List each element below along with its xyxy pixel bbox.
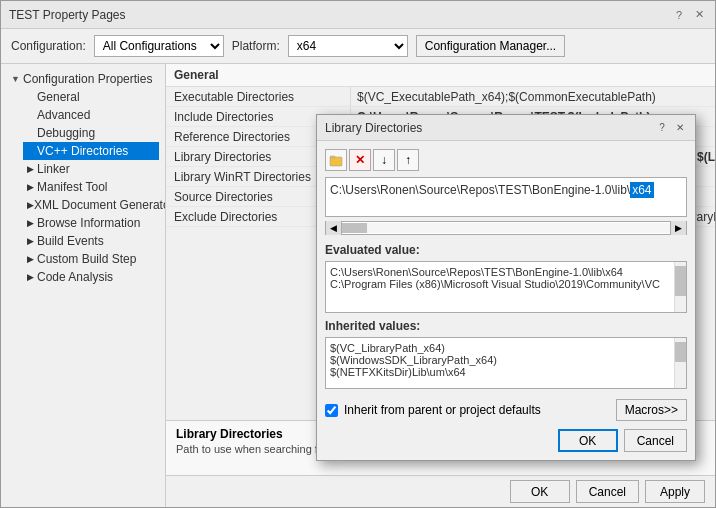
bottom-buttons: OK Cancel Apply <box>166 475 715 507</box>
main-window: TEST Property Pages ? ✕ Configuration: A… <box>0 0 716 508</box>
macros-button[interactable]: Macros>> <box>616 399 687 421</box>
main-content: ▼ Configuration Properties General Advan… <box>1 64 715 507</box>
title-bar: TEST Property Pages ? ✕ <box>1 1 715 29</box>
sidebar-item-browse-info[interactable]: ▶ Browse Information <box>23 214 159 232</box>
svg-rect-3 <box>330 156 335 158</box>
svg-rect-2 <box>330 157 342 166</box>
new-folder-button[interactable] <box>325 149 347 171</box>
properties-header: General <box>166 64 715 87</box>
spacer-icon <box>27 146 37 156</box>
sidebar-item-build-events[interactable]: ▶ Build Events <box>23 232 159 250</box>
expand-arrow-icon: ▶ <box>27 236 37 246</box>
prop-value: $(VC_ExecutablePath_x64);$(CommonExecuta… <box>351 87 715 106</box>
modal-controls: ? ✕ <box>655 121 687 135</box>
sidebar-item-label: General <box>37 90 80 104</box>
config-bar: Configuration: All Configurations Platfo… <box>1 29 715 64</box>
modal-close-button[interactable]: ✕ <box>673 121 687 135</box>
config-label: Configuration: <box>11 39 86 53</box>
sidebar-item-xml-doc[interactable]: ▶ XML Document Generator <box>23 196 159 214</box>
evaluated-value-box: C:\Users\Ronen\Source\Repos\TEST\BonEngi… <box>325 261 687 313</box>
sidebar-item-vc-directories[interactable]: VC++ Directories <box>23 142 159 160</box>
sidebar-item-custom-build[interactable]: ▶ Custom Build Step <box>23 250 159 268</box>
tree-children: General Advanced Debugging VC++ Director… <box>7 88 159 286</box>
move-down-button[interactable]: ↓ <box>373 149 395 171</box>
sidebar-item-label: Build Events <box>37 234 104 248</box>
expand-arrow-icon: ▶ <box>27 272 37 282</box>
platform-select[interactable]: x64 <box>288 35 408 57</box>
right-panel: General Executable Directories $(VC_Exec… <box>166 64 715 507</box>
sidebar-item-label: VC++ Directories <box>37 144 128 158</box>
eval-line-1: C:\Users\Ronen\Source\Repos\TEST\BonEngi… <box>330 266 682 278</box>
sidebar-item-general[interactable]: General <box>23 88 159 106</box>
scroll-thumb <box>342 223 367 233</box>
ok-button[interactable]: OK <box>510 480 570 503</box>
platform-label: Platform: <box>232 39 280 53</box>
sidebar-item-linker[interactable]: ▶ Linker <box>23 160 159 178</box>
configuration-select[interactable]: All Configurations <box>94 35 224 57</box>
sidebar-item-advanced[interactable]: Advanced <box>23 106 159 124</box>
sidebar-item-label: XML Document Generator <box>34 198 166 212</box>
sidebar-item-label: Debugging <box>37 126 95 140</box>
sidebar-item-code-analysis[interactable]: ▶ Code Analysis <box>23 268 159 286</box>
table-row[interactable]: Executable Directories $(VC_ExecutablePa… <box>166 87 715 107</box>
window-title: TEST Property Pages <box>9 8 126 22</box>
path-highlighted: x64 <box>630 182 653 198</box>
inherit-checkbox[interactable] <box>325 404 338 417</box>
close-button[interactable]: ✕ <box>691 7 707 23</box>
modal-ok-button[interactable]: OK <box>558 429 618 452</box>
expand-arrow-icon: ▶ <box>27 164 37 174</box>
modal-ok-cancel: OK Cancel <box>325 425 687 452</box>
cancel-button[interactable]: Cancel <box>576 480 639 503</box>
inherited-scroll-thumb <box>675 342 687 362</box>
inherited-label: Inherited values: <box>325 319 687 333</box>
apply-button[interactable]: Apply <box>645 480 705 503</box>
eval-scrollbar[interactable] <box>674 262 686 312</box>
inherited-line-3: $(NETFXKitsDir)Lib\um\x64 <box>330 366 682 378</box>
delete-button[interactable]: ✕ <box>349 149 371 171</box>
sidebar-item-label: Code Analysis <box>37 270 113 284</box>
sidebar-item-manifest-tool[interactable]: ▶ Manifest Tool <box>23 178 159 196</box>
tree-expand-icon: ▼ <box>11 74 23 84</box>
spacer-icon <box>27 128 37 138</box>
inherit-label: Inherit from parent or project defaults <box>344 403 610 417</box>
inherited-scrollbar[interactable] <box>674 338 686 388</box>
spacer-icon <box>27 110 37 120</box>
modal-toolbar: ✕ ↓ ↑ <box>325 149 687 171</box>
prop-name: Executable Directories <box>166 87 351 106</box>
sidebar-item-label: Advanced <box>37 108 90 122</box>
inherited-line-2: $(WindowsSDK_LibraryPath_x64) <box>330 354 682 366</box>
eval-scroll-thumb <box>675 266 687 296</box>
help-button[interactable]: ? <box>671 7 687 23</box>
sidebar-item-label: Manifest Tool <box>37 180 107 194</box>
edit-path: C:\Users\Ronen\Source\Repos\TEST\BonEngi… <box>330 182 682 198</box>
modal-cancel-button[interactable]: Cancel <box>624 429 687 452</box>
sidebar-item-debugging[interactable]: Debugging <box>23 124 159 142</box>
tree-root-label: Configuration Properties <box>23 72 152 86</box>
move-up-button[interactable]: ↑ <box>397 149 419 171</box>
modal-title: Library Directories <box>325 121 422 135</box>
modal-dialog: Library Directories ? ✕ <box>316 114 696 461</box>
folder-icon <box>329 153 343 167</box>
modal-body: ✕ ↓ ↑ C:\Users\Ronen\Source\Repos\TEST\B… <box>317 141 695 460</box>
expand-arrow-icon: ▶ <box>27 200 34 210</box>
title-controls: ? ✕ <box>671 7 707 23</box>
scroll-right-btn[interactable]: ▶ <box>670 221 686 235</box>
tree-root-item[interactable]: ▼ Configuration Properties <box>7 70 159 88</box>
scroll-track <box>342 223 670 233</box>
scroll-left-btn[interactable]: ◀ <box>326 221 342 235</box>
modal-help-button[interactable]: ? <box>655 121 669 135</box>
modal-footer: Inherit from parent or project defaults … <box>325 395 687 425</box>
horizontal-scrollbar[interactable]: ◀ ▶ <box>325 221 687 235</box>
spacer-icon <box>27 92 37 102</box>
config-manager-button[interactable]: Configuration Manager... <box>416 35 565 57</box>
expand-arrow-icon: ▶ <box>27 218 37 228</box>
sidebar-item-label: Linker <box>37 162 70 176</box>
path-prefix: C:\Users\Ronen\Source\Repos\TEST\BonEngi… <box>330 183 630 197</box>
inherited-value-box: $(VC_LibraryPath_x64) $(WindowsSDK_Libra… <box>325 337 687 389</box>
modal-title-bar: Library Directories ? ✕ <box>317 115 695 141</box>
sidebar-item-label: Custom Build Step <box>37 252 136 266</box>
left-panel: ▼ Configuration Properties General Advan… <box>1 64 166 507</box>
eval-line-2: C:\Program Files (x86)\Microsoft Visual … <box>330 278 682 290</box>
evaluated-label: Evaluated value: <box>325 243 687 257</box>
edit-area: C:\Users\Ronen\Source\Repos\TEST\BonEngi… <box>325 177 687 217</box>
